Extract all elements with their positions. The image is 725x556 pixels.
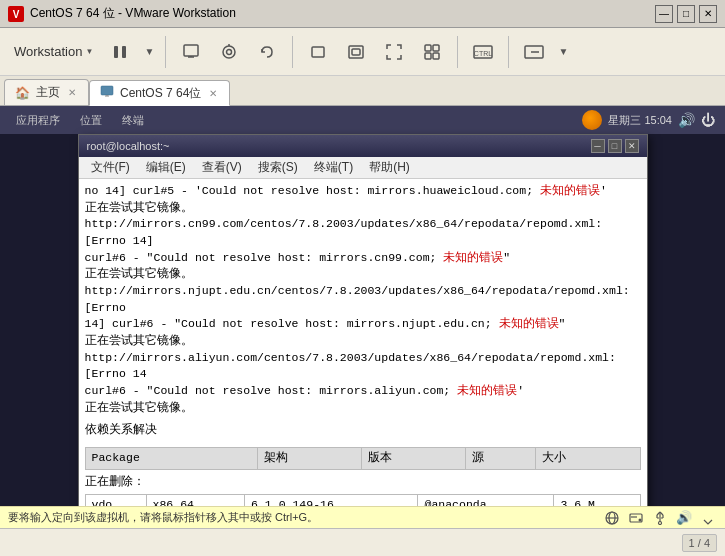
table-row: vdo x86_64 6.1.0.149-16 @anaconda 3.6 M [85,495,640,506]
terminal-line-3: http://mirrors.cn99.com/centos/7.8.2003/… [85,216,641,249]
terminal-body[interactable]: no 14] curl#5 - 'Could not resolve host:… [79,179,647,506]
clock-text: 星期三 15:04 [608,113,672,128]
view-dropdown[interactable]: ▼ [555,35,571,69]
volume-icon: 🔊 [678,112,695,128]
tab-home-close[interactable]: ✕ [66,86,78,99]
svg-rect-10 [312,47,324,57]
status-expand-icon[interactable] [699,509,717,527]
separator-4 [508,36,509,68]
window-title: CentOS 7 64 位 - VMware Workstation [30,5,655,22]
svg-point-8 [227,49,232,54]
pkg-col-package: Package [85,448,257,470]
package-table: Package 架构 版本 源 大小 [85,447,641,470]
terminal-menu-help[interactable]: 帮助(H) [361,157,418,178]
tab-centos[interactable]: CentOS 7 64位 ✕ [89,80,230,106]
terminal-menubar: 文件(F) 编辑(E) 查看(V) 搜索(S) 终端(T) 帮助(H) [79,157,647,179]
terminal-menu-search[interactable]: 搜索(S) [250,157,306,178]
status-sound-icon[interactable]: 🔊 [675,509,693,527]
maximize-button[interactable]: □ [677,5,695,23]
terminal-close-button[interactable]: ✕ [625,139,639,153]
status-hdd-icon[interactable] [627,509,645,527]
svg-rect-3 [122,46,126,58]
pkg-repo: @anaconda [418,495,554,506]
tab-bar: 🏠 主页 ✕ CentOS 7 64位 ✕ [0,76,725,106]
revert-button[interactable] [250,35,284,69]
page-indicator: 1 / 4 [682,534,717,552]
minimize-button[interactable]: — [655,5,673,23]
separator-3 [457,36,458,68]
vm-applications-menu[interactable]: 应用程序 [10,111,66,130]
hint-bar: 要将输入定向到该虚拟机，请将鼠标指针移入其中或按 Ctrl+G。 [0,506,725,528]
pkg-size: 3.6 M [554,495,640,506]
tab-home[interactable]: 🏠 主页 ✕ [4,79,89,105]
package-rows-table: vdo x86_64 6.1.0.149-16 @anaconda 3.6 M [85,494,641,506]
svg-rect-14 [433,45,439,51]
home-icon: 🏠 [15,86,30,100]
pkg-col-repo: 源 [466,448,536,470]
tab-centos-close[interactable]: ✕ [207,87,219,100]
vm-places-menu[interactable]: 位置 [74,111,108,130]
vm-topbar: 应用程序 位置 终端 星期三 15:04 🔊 ⏻ [0,106,725,134]
vm-terminal-menu[interactable]: 终端 [116,111,150,130]
workstation-menu[interactable]: Workstation ▼ [8,40,99,63]
terminal-menu-edit[interactable]: 编辑(E) [138,157,194,178]
vm-content-area: 应用程序 位置 终端 星期三 15:04 🔊 ⏻ root@localhost:… [0,106,725,506]
terminal-menu-view[interactable]: 查看(V) [194,157,250,178]
terminal-line-9: http://mirrors.aliyun.com/centos/7.8.200… [85,350,641,383]
vmlist-button[interactable] [174,35,208,69]
close-button[interactable]: ✕ [699,5,717,23]
status-network-icon[interactable] [603,509,621,527]
terminal-title: root@localhost:~ [87,140,588,152]
svg-point-31 [659,521,662,524]
vm-icon [100,85,114,102]
terminal-line-6: http://mirrors.njupt.edu.cn/centos/7.8.2… [85,283,641,316]
pkg-col-arch: 架构 [257,448,361,470]
bottom-status-bar: 1 / 4 [0,528,725,556]
svg-rect-2 [114,46,118,58]
tab-home-label: 主页 [36,84,60,101]
title-bar: V CentOS 7 64 位 - VMware Workstation — □… [0,0,725,28]
status-usb-icon[interactable] [651,509,669,527]
svg-rect-21 [101,86,113,95]
terminal-line-7: 14] curl#6 - "Could not resolve host: mi… [85,316,641,333]
terminal-minimize-button[interactable]: ─ [591,139,605,153]
fit-window-button[interactable] [301,35,335,69]
separator-1 [165,36,166,68]
pkg-version: 6.1.0.149-16 [245,495,418,506]
terminal-menu-terminal[interactable]: 终端(T) [306,157,361,178]
separator-2 [292,36,293,68]
terminal-line-10: curl#6 - "Could not resolve host: mirror… [85,383,641,400]
app-icon: V [8,6,24,22]
view-menu-button[interactable] [517,35,551,69]
terminal-line-1: no 14] curl#5 - 'Could not resolve host:… [85,183,641,200]
vm-clock: 星期三 15:04 🔊 ⏻ [582,110,715,130]
terminal-menu-file[interactable]: 文件(F) [83,157,138,178]
terminal-line-11: 正在尝试其它镜像。 [85,400,641,417]
snapshot-button[interactable] [212,35,246,69]
terminal-maximize-button[interactable]: □ [608,139,622,153]
fullscreen-button[interactable] [377,35,411,69]
send-ctrlaltdel-button[interactable]: CTRL [466,35,500,69]
terminal-line-4: curl#6 - "Could not resolve host: mirror… [85,250,641,267]
terminal-line-5: 正在尝试其它镜像。 [85,266,641,283]
removing-section-label: 正在删除： [85,474,641,491]
svg-rect-12 [352,49,360,55]
hint-text: 要将输入定向到该虚拟机，请将鼠标指针移入其中或按 Ctrl+G。 [8,510,318,525]
power-icon: ⏻ [701,112,715,128]
window-controls: — □ ✕ [655,5,717,23]
svg-point-7 [223,46,235,58]
terminal-window: root@localhost:~ ─ □ ✕ 文件(F) 编辑(E) 查看(V)… [78,134,648,506]
pause-dropdown[interactable]: ▼ [141,35,157,69]
terminal-titlebar: root@localhost:~ ─ □ ✕ [79,135,647,157]
pause-button[interactable] [103,35,137,69]
terminal-line-deps: 依赖关系解决 [85,422,641,439]
svg-rect-13 [425,45,431,51]
terminal-line-8: 正在尝试其它镜像。 [85,333,641,350]
fit-guest-button[interactable] [339,35,373,69]
unity-button[interactable] [415,35,449,69]
pkg-col-size: 大小 [536,448,640,470]
pkg-col-version: 版本 [362,448,466,470]
workstation-label: Workstation [14,44,82,59]
terminal-line-2: 正在尝试其它镜像。 [85,200,641,217]
tab-centos-label: CentOS 7 64位 [120,85,201,102]
